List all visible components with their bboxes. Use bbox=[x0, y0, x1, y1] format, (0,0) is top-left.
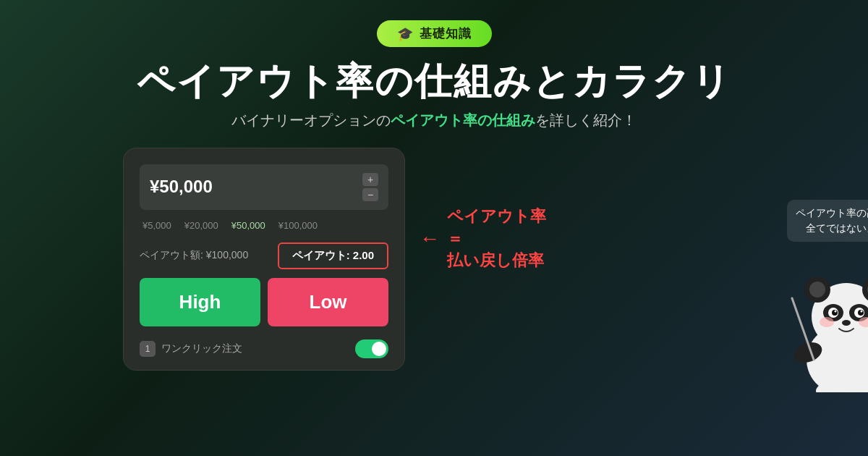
annotation-line3: 払い戻し倍率 bbox=[447, 251, 544, 269]
payout-rate-value: ペイアウト: 2.00 bbox=[292, 249, 374, 261]
one-click-label: 1 ワンクリック注文 bbox=[140, 341, 242, 357]
payout-rate-box: ペイアウト: 2.00 bbox=[278, 242, 388, 269]
graduation-icon: 🎓 bbox=[397, 26, 414, 42]
panda-speech-line2: 全てではないよ！ bbox=[806, 222, 868, 234]
amount-row: ¥50,000 + − bbox=[140, 164, 388, 210]
one-click-text: ワンクリック注文 bbox=[161, 342, 242, 355]
sub-title-highlight: ペイアウト率の仕組み bbox=[391, 112, 535, 128]
sub-title-suffix: を詳しく紹介！ bbox=[535, 112, 637, 128]
low-button[interactable]: Low bbox=[268, 278, 388, 326]
badge-label: 基礎知識 bbox=[420, 25, 472, 42]
svg-point-19 bbox=[820, 317, 834, 327]
amount-controls: + − bbox=[362, 173, 378, 201]
panda-speech-line1: ペイアウト率の高さが bbox=[796, 207, 868, 219]
content-area: ¥50,000 + − ¥5,000 ¥20,000 ¥50,000 ¥100,… bbox=[123, 148, 745, 371]
annotation-area: ← ペイアウト率 ＝ 払い戻し倍率 bbox=[405, 148, 745, 272]
svg-point-17 bbox=[835, 310, 837, 312]
amount-plus-button[interactable]: + bbox=[362, 173, 378, 186]
quick-50000[interactable]: ¥50,000 bbox=[229, 219, 268, 232]
quick-100000[interactable]: ¥100,000 bbox=[276, 219, 320, 232]
amount-minus-button[interactable]: − bbox=[362, 188, 378, 201]
svg-point-21 bbox=[842, 320, 851, 326]
annotation-line1: ペイアウト率 bbox=[447, 207, 546, 225]
annotation-text: ペイアウト率 ＝ 払い戻し倍率 bbox=[447, 206, 546, 272]
svg-point-9 bbox=[809, 282, 825, 297]
quick-20000[interactable]: ¥20,000 bbox=[182, 219, 221, 232]
action-row: High Low bbox=[140, 278, 388, 326]
toggle-knob bbox=[372, 342, 386, 356]
svg-point-18 bbox=[861, 310, 863, 312]
amount-value: ¥50,000 bbox=[150, 177, 213, 197]
one-click-toggle[interactable] bbox=[355, 339, 388, 358]
arrow-annotation: ← ペイアウト率 ＝ 払い戻し倍率 bbox=[420, 206, 546, 272]
one-click-row: 1 ワンクリック注文 bbox=[140, 337, 388, 358]
payout-amount-label: ペイアウト額: ¥100,000 bbox=[140, 249, 248, 262]
quick-amounts: ¥5,000 ¥20,000 ¥50,000 ¥100,000 bbox=[140, 219, 388, 232]
panda-container: ペイアウト率の高さが 全てではないよ！ bbox=[760, 200, 868, 392]
sub-title: バイナリーオプションのペイアウト率の仕組みを詳しく紹介！ bbox=[231, 111, 637, 130]
quick-5000[interactable]: ¥5,000 bbox=[140, 219, 174, 232]
badge: 🎓 基礎知識 bbox=[377, 20, 492, 47]
panda-speech: ペイアウト率の高さが 全てではないよ！ bbox=[787, 200, 868, 242]
main-title: ペイアウト率の仕組みとカラクリ bbox=[137, 60, 731, 104]
payout-row: ペイアウト額: ¥100,000 ペイアウト: 2.00 bbox=[140, 242, 388, 269]
high-button[interactable]: High bbox=[140, 278, 260, 326]
arrow-left-icon: ← bbox=[420, 227, 440, 250]
annotation-line2: ＝ bbox=[447, 229, 463, 248]
sub-title-prefix: バイナリーオプションの bbox=[231, 112, 391, 128]
panda-illustration bbox=[778, 248, 868, 392]
trading-card: ¥50,000 + − ¥5,000 ¥20,000 ¥50,000 ¥100,… bbox=[123, 148, 405, 371]
one-click-icon: 1 bbox=[140, 341, 156, 357]
